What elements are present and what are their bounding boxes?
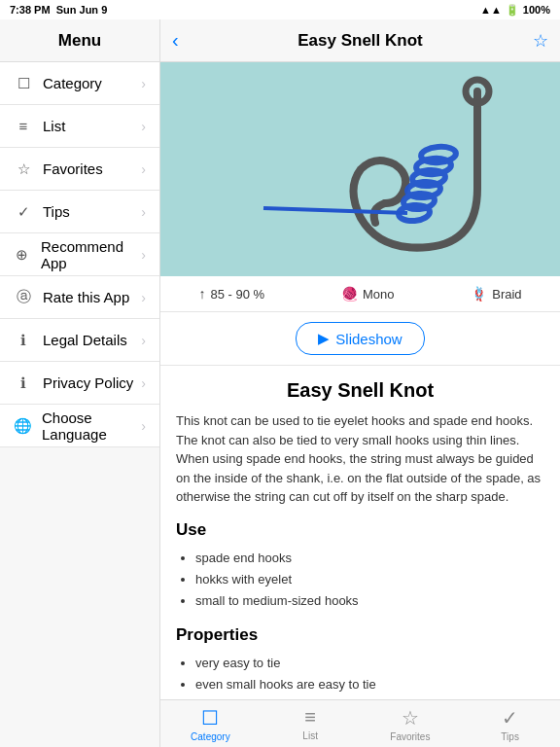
stat-mono: 🧶 Mono (341, 286, 395, 302)
menu-item-tips[interactable]: ✓ Tips › (0, 191, 159, 233)
legal-icon: ℹ (14, 331, 33, 350)
chevron-right-icon: › (141, 247, 146, 263)
menu-item-category[interactable]: ☐ Category › (0, 62, 159, 105)
privacy-icon: ℹ (14, 374, 33, 393)
menu-item-language[interactable]: 🌐 Choose Language › (0, 405, 159, 447)
favorites-icon: ☆ (14, 160, 33, 179)
mono-label: Mono (363, 287, 395, 302)
menu-item-favorites[interactable]: ☆ Favorites › (0, 148, 159, 191)
slideshow-icon: ▶ (318, 330, 330, 347)
list-item: hokks with eyelet (195, 569, 544, 590)
tips-tab-icon: ✓ (502, 706, 518, 729)
menu-item-list[interactable]: ≡ List › (0, 105, 159, 148)
menu-item-privacy[interactable]: ℹ Privacy Policy › (0, 362, 159, 405)
category-icon: ☐ (14, 74, 33, 93)
chevron-right-icon: › (141, 333, 146, 348)
tab-favorites[interactable]: ☆ Favorites (361, 700, 461, 747)
braid-icon: 🪢 (471, 286, 487, 302)
list-item: spade end hooks (195, 548, 544, 569)
menu-title: Menu (58, 31, 101, 51)
list-icon: ≡ (14, 117, 33, 136)
tab-tips[interactable]: ✓ Tips (460, 700, 560, 747)
slideshow-button[interactable]: ▶ Slideshow (296, 322, 424, 355)
favorites-tab-label: Favorites (390, 731, 430, 742)
privacy-label: Privacy Policy (43, 374, 133, 391)
slideshow-label: Slideshow (335, 331, 402, 347)
category-tab-label: Category (191, 731, 230, 742)
wifi-icon: ▲▲ (480, 4, 502, 16)
nav-title: Easy Snell Knot (201, 31, 519, 51)
content-section: Easy Snell Knot This knot can be used to… (160, 366, 560, 747)
menu-item-recommend[interactable]: ⊕ Recommend App › (0, 233, 159, 276)
braid-label: Braid (492, 287, 521, 302)
category-label: Category (43, 75, 102, 91)
menu-panel: Menu ☐ Category › ≡ List › ☆ Favorites ›… (0, 19, 160, 747)
use-heading: Use (176, 520, 544, 540)
status-icons: ▲▲ 🔋 100% (480, 4, 550, 17)
language-label: Choose Language (42, 409, 141, 443)
recommend-label: Recommend App (41, 238, 141, 271)
stats-bar: ↑ 85 - 90 % 🧶 Mono 🪢 Braid (160, 276, 560, 312)
recommend-icon: ⊕ (14, 245, 31, 265)
list-item: small to medium-sized hooks (195, 590, 544, 612)
rate-icon: ⓐ (14, 288, 33, 307)
mono-icon: 🧶 (341, 286, 358, 302)
slideshow-container: ▶ Slideshow (160, 312, 560, 366)
chevron-right-icon: › (141, 204, 146, 220)
rate-label: Rate this App (43, 289, 129, 305)
nav-bar: ‹ Easy Snell Knot ☆ (160, 19, 560, 62)
category-tab-icon: ☐ (201, 706, 219, 729)
tips-label: Tips (43, 203, 70, 220)
tips-icon: ✓ (14, 202, 33, 222)
list-label: List (43, 118, 65, 134)
stat-strength: ↑ 85 - 90 % (198, 286, 264, 302)
battery-percent: 100% (523, 4, 550, 16)
tab-list[interactable]: ≡ List (261, 700, 361, 747)
knot-title: Easy Snell Knot (176, 379, 544, 402)
chevron-right-icon: › (141, 119, 146, 134)
favorites-tab-icon: ☆ (402, 706, 419, 729)
hero-image (160, 62, 560, 276)
chevron-right-icon: › (141, 418, 146, 434)
properties-heading: Properties (176, 625, 544, 645)
strength-icon: ↑ (198, 286, 205, 302)
strength-value: 85 - 90 % (210, 287, 264, 302)
list-tab-label: List (302, 730, 318, 741)
language-icon: 🌐 (14, 416, 32, 436)
list-item: even small hooks are easy to tie (195, 674, 544, 695)
favorites-label: Favorites (43, 160, 103, 177)
legal-label: Legal Details (43, 332, 127, 348)
knot-description: This knot can be used to tie eyelet hook… (176, 411, 544, 507)
tips-tab-label: Tips (501, 731, 519, 742)
menu-item-legal[interactable]: ℹ Legal Details › (0, 319, 159, 362)
status-bar: 7:38 PM Sun Jun 9 ▲▲ 🔋 100% (0, 0, 560, 19)
chevron-right-icon: › (141, 76, 146, 91)
stat-braid: 🪢 Braid (471, 286, 521, 302)
main-content: ‹ Easy Snell Knot ☆ (160, 19, 560, 747)
favorite-button[interactable]: ☆ (519, 30, 548, 52)
use-list: spade end hooks hokks with eyelet small … (176, 548, 544, 612)
tab-category[interactable]: ☐ Category (160, 700, 261, 747)
back-button[interactable]: ‹ (172, 29, 201, 52)
chevron-right-icon: › (141, 375, 146, 391)
list-tab-icon: ≡ (304, 706, 316, 729)
list-item: very easy to tie (195, 653, 544, 674)
chevron-right-icon: › (141, 290, 146, 305)
status-time: 7:38 PM Sun Jun 9 (10, 4, 107, 16)
menu-item-rate[interactable]: ⓐ Rate this App › (0, 276, 159, 319)
tab-bar: ☐ Category ≡ List ☆ Favorites ✓ Tips (160, 699, 560, 747)
battery-icon: 🔋 (506, 4, 519, 17)
chevron-right-icon: › (141, 161, 146, 177)
menu-header: Menu (0, 19, 159, 62)
